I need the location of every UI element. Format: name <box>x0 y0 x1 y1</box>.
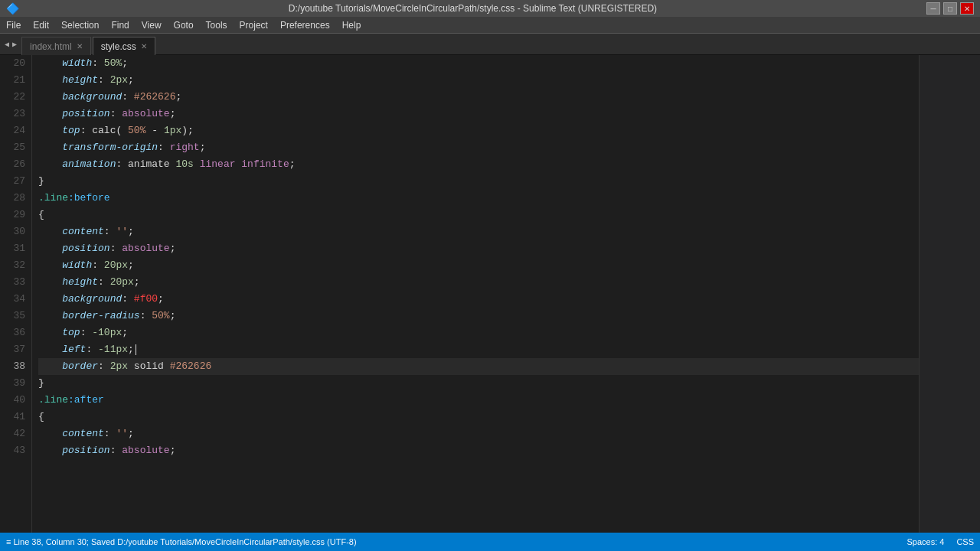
code-token: ; <box>188 125 194 136</box>
maximize-button[interactable]: □ <box>943 2 957 15</box>
code-line-40: .line:after <box>38 392 919 409</box>
code-token: - <box>145 125 163 136</box>
text-cursor <box>136 344 136 355</box>
menu-item-help[interactable]: Help <box>336 17 368 33</box>
code-token: '' <box>116 428 128 439</box>
code-token <box>38 276 62 288</box>
menu-item-tools[interactable]: Tools <box>200 17 234 33</box>
menu-bar: FileEditSelectionFindViewGotoToolsProjec… <box>0 17 980 34</box>
code-token: : <box>110 243 122 254</box>
line-num-28: 28 <box>3 190 25 207</box>
code-token: -10px <box>92 327 122 338</box>
menu-item-selection[interactable]: Selection <box>55 17 105 33</box>
code-line-30: content: ''; <box>38 223 919 240</box>
code-token: width <box>62 259 92 271</box>
code-token: animation <box>62 158 116 170</box>
code-token: ; <box>158 293 164 305</box>
code-token: height <box>62 74 98 86</box>
code-token: : <box>140 310 152 321</box>
code-token: height <box>62 276 98 288</box>
code-token: position <box>62 108 109 119</box>
menu-item-goto[interactable]: Goto <box>168 17 200 33</box>
tab-label: index.html <box>30 41 72 52</box>
code-token <box>38 428 62 439</box>
code-token: animate <box>128 158 175 170</box>
code-line-43: position: absolute; <box>38 442 919 459</box>
code-token <box>38 142 62 153</box>
menu-item-file[interactable]: File <box>0 17 27 33</box>
line-num-38: 38 <box>3 358 25 375</box>
code-token: : <box>98 276 110 288</box>
code-token: .line <box>38 394 68 406</box>
minimap[interactable] <box>919 55 980 533</box>
status-left: ≡ Line 38, Column 30; Saved D:/youtube T… <box>6 537 357 546</box>
tab-label: style.css <box>101 41 136 52</box>
line-num-40: 40 <box>3 392 25 409</box>
code-token: absolute <box>122 445 169 456</box>
code-token: ; <box>128 344 134 355</box>
line-num-42: 42 <box>3 425 25 442</box>
status-info: ≡ Line 38, Column 30; Saved D:/youtube T… <box>6 537 357 546</box>
status-lang: CSS <box>956 537 974 546</box>
menu-item-project[interactable]: Project <box>234 17 274 33</box>
line-num-26: 26 <box>3 156 25 173</box>
line-num-37: 37 <box>3 341 25 358</box>
code-line-22: background: #262626; <box>38 89 919 106</box>
code-token: : <box>104 428 116 439</box>
code-token: calc( <box>92 125 122 136</box>
code-line-31: position: absolute; <box>38 240 919 257</box>
menu-item-find[interactable]: Find <box>105 17 135 33</box>
code-token: : <box>110 445 122 456</box>
minimize-button[interactable]: ─ <box>926 2 940 15</box>
code-token <box>38 158 62 170</box>
line-num-31: 31 <box>3 240 25 257</box>
code-line-21: height: 2px; <box>38 72 919 89</box>
tab-prev-arrow[interactable]: ◀ <box>3 40 11 49</box>
code-token: -11px <box>98 344 128 355</box>
code-token <box>38 327 62 338</box>
tab-close[interactable]: ✕ <box>141 42 147 51</box>
code-line-41: { <box>38 409 919 425</box>
code-token <box>38 293 62 305</box>
code-line-24: top: calc( 50% - 1px); <box>38 122 919 139</box>
code-token: { <box>38 411 44 422</box>
tab-style-css[interactable]: style.css✕ <box>93 37 155 55</box>
menu-item-view[interactable]: View <box>136 17 168 33</box>
code-token: : <box>98 360 110 372</box>
line-numbers: 2021222324252627282930313233343536373839… <box>0 55 32 533</box>
code-token: : <box>86 344 98 355</box>
close-button[interactable]: ✕ <box>960 2 974 15</box>
code-line-36: top: -10px; <box>38 324 919 341</box>
code-token: :before <box>68 192 110 204</box>
code-token <box>38 91 62 103</box>
code-line-28: .line:before <box>38 190 919 207</box>
title-bar: 🔷 D:/youtube Tutorials/MoveCircleInCircu… <box>0 0 980 17</box>
tab-next-arrow[interactable]: ▶ <box>11 40 18 49</box>
code-token: : <box>92 57 104 69</box>
line-num-25: 25 <box>3 139 25 156</box>
code-area[interactable]: width: 50%; height: 2px; background: #26… <box>32 55 919 533</box>
code-token: 2px <box>110 360 128 372</box>
code-token: ; <box>128 259 134 271</box>
code-token: linear infinite <box>194 158 289 170</box>
code-token: background <box>62 293 122 305</box>
code-token: ) <box>181 125 188 136</box>
code-line-35: border-radius: 50%; <box>38 308 919 324</box>
tab-bar: ◀ ▶ index.html✕style.css✕ <box>0 34 980 55</box>
menu-item-preferences[interactable]: Preferences <box>274 17 336 33</box>
line-num-21: 21 <box>3 72 25 89</box>
tab-index-html[interactable]: index.html✕ <box>21 37 91 55</box>
code-token: : <box>80 327 93 338</box>
code-token: top <box>62 327 80 338</box>
code-line-42: content: ''; <box>38 425 919 442</box>
code-token: left <box>62 344 86 355</box>
tab-close[interactable]: ✕ <box>77 42 83 51</box>
code-token <box>38 108 62 119</box>
code-token <box>38 226 62 237</box>
menu-item-edit[interactable]: Edit <box>27 17 55 33</box>
code-token: #262626 <box>170 360 212 372</box>
code-token: 20px <box>110 276 134 288</box>
code-token: ; <box>122 327 128 338</box>
code-token: ; <box>289 158 296 170</box>
title-bar-title: D:/youtube Tutorials/MoveCircleInCircula… <box>19 3 926 14</box>
